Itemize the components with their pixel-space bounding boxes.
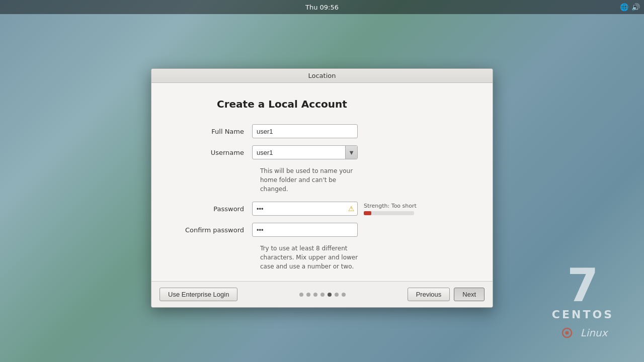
confirm-password-row: Confirm password (172, 223, 472, 237)
confirm-password-wrapper (252, 223, 358, 237)
warning-triangle-icon: ⚠ (348, 205, 355, 213)
progress-dot-5-active (328, 293, 332, 297)
chevron-down-icon: ▼ (350, 150, 354, 155)
taskbar: Thu 09:56 🌐 🔊 (0, 0, 644, 14)
dialog-overlay: Location Create a Local Account Full Nam… (0, 14, 644, 362)
dialog-content: Create a Local Account Full Name Usernam… (151, 83, 493, 281)
progress-dot-1 (299, 293, 303, 297)
confirm-password-input[interactable] (253, 223, 357, 236)
network-icon[interactable]: 🌐 (620, 3, 628, 11)
dialog-titlebar: Location (151, 69, 493, 83)
full-name-label: Full Name (172, 128, 252, 135)
volume-icon[interactable]: 🔊 (631, 3, 640, 11)
username-hint: This will be used to name your home fold… (260, 166, 366, 194)
footer-dots (299, 293, 346, 297)
taskbar-icons: 🌐 🔊 (620, 3, 640, 11)
progress-dot-4 (320, 293, 325, 297)
full-name-row: Full Name (172, 124, 472, 138)
strength-bar-fill (364, 211, 371, 215)
enterprise-login-button[interactable]: Use Enterprise Login (159, 288, 237, 301)
username-input[interactable] (253, 146, 345, 159)
password-input[interactable] (253, 202, 345, 215)
strength-bar-background (364, 211, 414, 215)
password-label: Password (172, 205, 252, 213)
progress-dot-6 (335, 293, 339, 297)
progress-dot-3 (313, 293, 317, 297)
progress-dot-2 (306, 293, 310, 297)
password-row: Password ⚠ Strength: Too short (172, 202, 472, 216)
username-wrapper: ▼ (252, 145, 358, 159)
confirm-password-label: Confirm password (172, 226, 252, 234)
dialog-heading: Create a Local Account (217, 98, 472, 110)
dialog-title: Location (308, 72, 336, 79)
previous-button[interactable]: Previous (408, 288, 450, 301)
username-dropdown-button[interactable]: ▼ (345, 146, 357, 159)
taskbar-clock: Thu 09:56 (305, 4, 339, 11)
footer-left: Use Enterprise Login (159, 288, 237, 301)
strength-label: Strength: Too short (364, 203, 417, 209)
progress-dot-7 (342, 293, 346, 297)
footer-right: Previous Next (408, 288, 485, 301)
dialog: Location Create a Local Account Full Nam… (151, 68, 493, 308)
next-button[interactable]: Next (454, 288, 485, 301)
dialog-footer: Use Enterprise Login Previous Next (151, 281, 493, 307)
username-row: Username ▼ (172, 145, 472, 159)
username-label: Username (172, 149, 252, 156)
password-warn-icon: ⚠ (345, 202, 357, 215)
full-name-input[interactable] (252, 124, 358, 138)
password-wrapper: ⚠ (252, 202, 358, 216)
strength-container: Strength: Too short (364, 203, 417, 215)
password-hint: Try to use at least 8 different characte… (260, 244, 368, 271)
